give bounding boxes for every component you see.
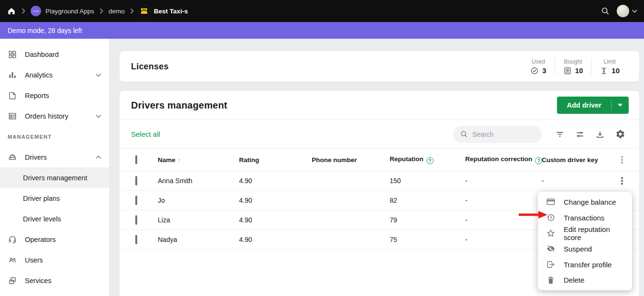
stat-value: 10 (575, 66, 583, 75)
column-settings-kebab-icon[interactable] (618, 154, 626, 165)
sidebar-item-driver-levels[interactable]: Driver levels (0, 208, 109, 229)
credit-card-icon (546, 197, 556, 207)
menu-item-edit-reputation-score[interactable]: Edit reputation score (538, 225, 632, 241)
sidebar-section-management: MANAGEMENT (0, 126, 109, 147)
table-header-row: Name↑ Rating Phone number Reputation? Re… (120, 149, 639, 171)
eye-off-icon (546, 244, 556, 253)
table-row: Anna Smith 4.90 150 - - (120, 171, 639, 191)
breadcrumb-demo[interactable]: demo (109, 8, 125, 15)
menu-item-transactions[interactable]: Transactions (538, 210, 632, 226)
row-checkbox[interactable] (135, 235, 137, 244)
sidebar-item-operators[interactable]: Operators (0, 229, 109, 250)
trash-icon (546, 275, 556, 285)
search-icon (460, 130, 468, 138)
search-box[interactable] (453, 126, 542, 143)
driver-name[interactable]: Nadya (158, 236, 177, 243)
sidebar-item-label: Dashboard (25, 51, 59, 58)
sidebar-item-services[interactable]: Services (0, 270, 109, 291)
breadcrumb-label: Best Taxi-s (154, 8, 188, 15)
menu-item-transfer-profile[interactable]: Transfer profile (538, 257, 632, 273)
sidebar-item-drivers-management[interactable]: Drivers management (0, 167, 109, 188)
sidebar-item-orders-history[interactable]: Orders history (0, 106, 109, 126)
home-icon[interactable] (7, 6, 16, 16)
caret-down-icon (618, 104, 622, 107)
height-limit-icon (600, 66, 608, 75)
sidebar: Dashboard Analytics Reports Orders histo… (0, 39, 109, 296)
driver-custom-key: - (542, 177, 544, 185)
breadcrumb-label: Playground Apps (45, 8, 94, 15)
menu-item-suspend[interactable]: Suspend (538, 241, 632, 257)
select-all-checkbox[interactable] (135, 155, 137, 164)
stat-label: Limit (603, 58, 615, 65)
column-header-reputation[interactable]: Reputation? (390, 155, 434, 164)
onde-logo-icon: onde (31, 6, 41, 16)
search-icon[interactable] (600, 6, 610, 16)
download-icon[interactable] (594, 129, 606, 140)
row-checkbox[interactable] (135, 176, 137, 186)
transfer-exit-icon (546, 260, 556, 269)
sidebar-item-label: Operators (25, 236, 55, 243)
menu-item-label: Edit reputation score (564, 225, 624, 241)
stat-value: 10 (611, 66, 620, 75)
headset-icon (8, 235, 17, 244)
check-circle-icon (530, 66, 539, 75)
sidebar-item-label: Users (25, 256, 43, 264)
chevron-right-icon (99, 8, 103, 14)
sidebar-item-reports[interactable]: Reports (0, 85, 109, 106)
breadcrumb-playground-apps[interactable]: onde Playground Apps (31, 6, 94, 16)
orders-table-icon (8, 111, 17, 121)
drivers-management-title: Drivers management (131, 100, 227, 111)
sidebar-subitem-label: Driver plans (23, 195, 60, 202)
column-header-phone[interactable]: Phone number (312, 156, 357, 164)
add-driver-button[interactable]: Add driver (557, 97, 629, 114)
history-clock-icon (546, 213, 556, 222)
sidebar-item-driver-plans[interactable]: Driver plans (0, 188, 109, 208)
row-actions-context-menu: Change balance Transactions Edit reputat… (538, 192, 632, 290)
document-icon (563, 66, 572, 75)
sidebar-item-dashboard[interactable]: Dashboard (0, 44, 109, 65)
main-content: Licenses Used 3 Bought (109, 39, 644, 296)
tune-filters-icon[interactable] (574, 129, 586, 140)
account-menu[interactable] (617, 5, 637, 17)
add-driver-dropdown-toggle[interactable] (611, 104, 629, 107)
driver-reputation-correction: - (465, 197, 468, 204)
driver-rating: 4.90 (239, 177, 252, 185)
dashboard-icon (8, 50, 17, 59)
select-all-link[interactable]: Select all (131, 130, 160, 138)
chevron-right-icon (130, 8, 134, 14)
help-icon[interactable]: ? (426, 157, 434, 164)
avatar (617, 5, 629, 17)
column-header-rating[interactable]: Rating (239, 156, 259, 164)
driver-reputation: 75 (390, 236, 397, 243)
driver-reputation: 150 (390, 177, 401, 185)
users-icon (8, 255, 17, 265)
menu-item-label: Transfer profile (564, 261, 611, 269)
row-checkbox[interactable] (135, 196, 137, 205)
column-header-custom-driver-key[interactable]: Custom driver key (542, 156, 598, 164)
sidebar-item-label: Services (25, 277, 52, 285)
settings-gear-icon[interactable] (614, 129, 626, 140)
sidebar-item-label: Reports (25, 92, 49, 99)
menu-item-label: Transactions (564, 214, 604, 222)
driver-name[interactable]: Liza (158, 216, 170, 224)
row-checkbox[interactable] (135, 215, 137, 225)
column-header-reputation-correction[interactable]: Reputation correction? (465, 155, 542, 164)
sidebar-item-users[interactable]: Users (0, 250, 109, 270)
sidebar-item-analytics[interactable]: Analytics (0, 65, 109, 85)
column-header-name[interactable]: Name↑ (158, 156, 181, 164)
stat-value: 3 (542, 66, 546, 75)
driver-reputation-correction: - (465, 216, 468, 224)
row-actions-kebab-icon[interactable] (618, 175, 626, 186)
menu-item-delete[interactable]: Delete (538, 272, 632, 288)
menu-item-change-balance[interactable]: Change balance (538, 194, 632, 210)
stat-label: Bought (564, 58, 582, 65)
search-input[interactable] (472, 131, 530, 138)
sort-ascending-icon: ↑ (178, 156, 181, 164)
breadcrumb-company[interactable]: TAXI Best Taxi-s (139, 6, 188, 16)
driver-name[interactable]: Jo (158, 197, 165, 204)
driver-name[interactable]: Anna Smith (158, 177, 192, 185)
filter-icon[interactable] (554, 129, 566, 140)
driver-reputation: 79 (390, 216, 397, 224)
menu-item-label: Suspend (564, 245, 592, 253)
sidebar-item-drivers[interactable]: Drivers (0, 147, 109, 167)
